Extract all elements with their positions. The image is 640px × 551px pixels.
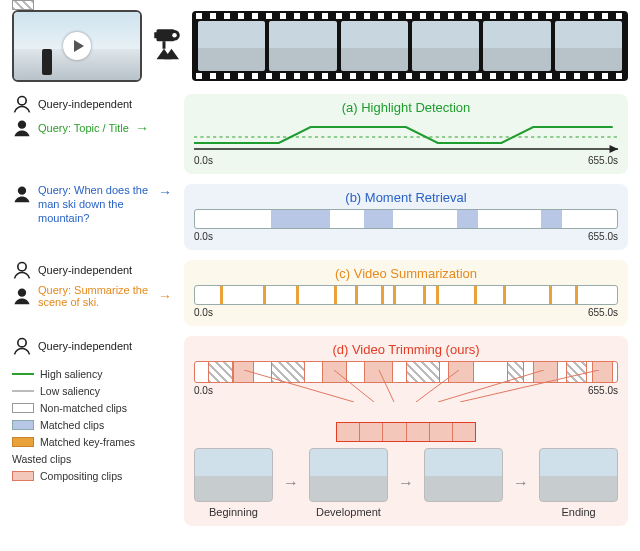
legend-kf-swatch: [12, 437, 34, 447]
moment-query: Query: When does the man ski down the mo…: [38, 184, 152, 225]
svg-point-13: [18, 339, 26, 347]
panel-d-title: (d) Video Trimming (ours): [194, 342, 618, 357]
legend-low-saliency-swatch: [12, 390, 34, 392]
stage-thumb-ending: [539, 448, 618, 502]
t0-c: 0.0s: [194, 307, 213, 318]
t0-b: 0.0s: [194, 231, 213, 242]
summarize-query: Query: Summarize the scene of ski.: [38, 284, 152, 308]
legend-low-saliency: Low saliency: [40, 385, 100, 397]
t1-c: 655.0s: [588, 307, 618, 318]
svg-marker-8: [610, 145, 618, 153]
user-icon: [12, 286, 32, 306]
t0-d: 0.0s: [194, 385, 213, 396]
svg-point-12: [18, 289, 26, 297]
svg-rect-3: [154, 32, 159, 38]
stage-thumbs: Beginning → Development → → Ending: [194, 448, 618, 518]
t1-b: 655.0s: [588, 231, 618, 242]
legend-comp-swatch: [12, 471, 34, 481]
legend-wasted-swatch: [12, 0, 34, 10]
user-icon: [12, 94, 32, 114]
t0-a: 0.0s: [194, 155, 213, 166]
panel-moment: (b) Moment Retrieval 0.0s 655.0s: [184, 184, 628, 250]
moment-bar: [194, 209, 618, 229]
arrow-right-icon: →: [158, 184, 172, 200]
svg-point-11: [18, 263, 26, 271]
trim-bar: [194, 361, 618, 383]
user-icon: [12, 118, 32, 138]
panel-c-title: (c) Video Summarization: [194, 266, 618, 281]
arrow-right-icon: →: [283, 474, 299, 492]
highlight-curve: [194, 119, 618, 153]
camera-icon: [152, 25, 182, 67]
filmstrip: [192, 11, 628, 81]
svg-point-10: [18, 187, 26, 195]
svg-point-2: [172, 33, 177, 38]
legend-high-saliency: High saliency: [40, 368, 102, 380]
svg-point-5: [18, 97, 26, 105]
user-icon: [12, 336, 32, 356]
legend-nonmatch-swatch: [12, 403, 34, 413]
arrow-right-icon: →: [513, 474, 529, 492]
panel-summarization: (c) Video Summarization 0.0s 655.0s: [184, 260, 628, 326]
svg-point-6: [18, 121, 26, 129]
summary-bar: [194, 285, 618, 305]
legend-match: Matched clips: [40, 419, 104, 431]
legend-comp: Compositing clips: [40, 470, 122, 482]
user-icon: [12, 184, 32, 204]
qi-label-c: Query-independent: [38, 264, 132, 276]
play-icon[interactable]: [63, 32, 91, 60]
t1-a: 655.0s: [588, 155, 618, 166]
legend: High saliency Low saliency Non-matched c…: [12, 368, 182, 482]
composited-bar: [336, 422, 476, 442]
svg-rect-4: [163, 41, 166, 49]
panel-trimming: (d) Video Trimming (ours) 0.0s 655.0s Be…: [184, 336, 628, 526]
legend-nonmatch: Non-matched clips: [40, 402, 127, 414]
qi-label-d: Query-independent: [38, 340, 132, 352]
stage-thumb-beginning: [194, 448, 273, 502]
legend-match-swatch: [12, 420, 34, 430]
stage-label-0: Beginning: [194, 506, 273, 518]
stage-label-1: Development: [309, 506, 388, 518]
stage-thumb-dev2: [424, 448, 503, 502]
user-icon: [12, 260, 32, 280]
panel-a-title: (a) Highlight Detection: [194, 100, 618, 115]
arrow-right-icon: →: [398, 474, 414, 492]
topic-query: Query: Topic / Title: [38, 122, 129, 134]
legend-wasted: Wasted clips: [12, 453, 71, 465]
legend-kf: Matched key-frames: [40, 436, 135, 448]
arrow-right-icon: →: [158, 288, 172, 304]
stage-thumb-dev1: [309, 448, 388, 502]
panel-b-title: (b) Moment Retrieval: [194, 190, 618, 205]
panel-highlight: (a) Highlight Detection 0.0s 655.0s: [184, 94, 628, 174]
arrow-right-icon: →: [135, 120, 149, 136]
source-video-thumb: [12, 10, 142, 82]
t1-d: 655.0s: [588, 385, 618, 396]
stage-label-3: Ending: [539, 506, 618, 518]
legend-high-saliency-swatch: [12, 373, 34, 375]
qi-label-a: Query-independent: [38, 98, 132, 110]
